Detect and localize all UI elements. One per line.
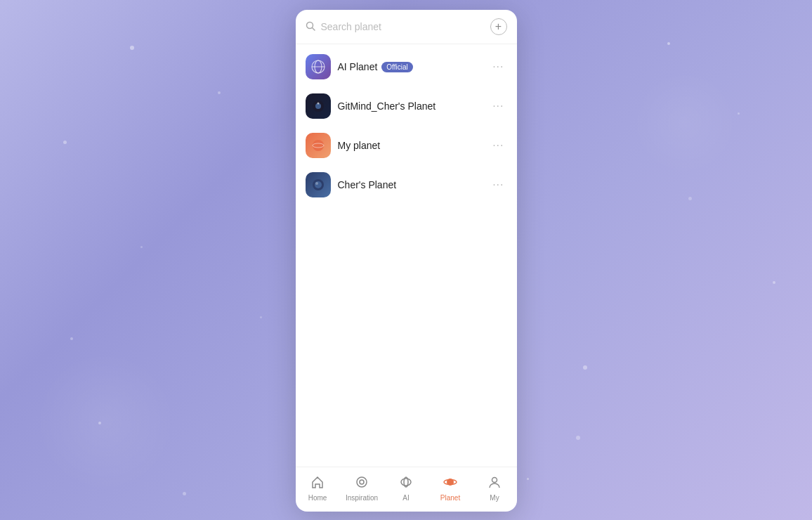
- nav-label-home: Home: [308, 494, 327, 502]
- svg-line-1: [312, 27, 315, 30]
- more-button-my[interactable]: ···: [490, 136, 506, 155]
- planet-name-chers: Cher's Planet: [338, 179, 397, 190]
- nav-item-ai[interactable]: AI: [384, 471, 428, 506]
- my-icon: [487, 475, 502, 493]
- planet-modal: × +: [296, 10, 517, 512]
- planet-info-gitmind: GitMind_Cher's Planet: [338, 100, 483, 112]
- planet-info-my: My planet: [338, 140, 483, 151]
- home-icon: [310, 475, 325, 493]
- planet-name-gitmind: GitMind_Cher's Planet: [338, 100, 436, 112]
- planet-avatar-chers: [306, 172, 331, 197]
- add-planet-button[interactable]: +: [490, 18, 507, 35]
- planet-info-ai: AI Planet Official: [338, 61, 483, 72]
- search-bar: +: [296, 10, 517, 44]
- svg-point-14: [360, 480, 364, 484]
- svg-point-7: [317, 103, 319, 105]
- planet-name-ai: AI Planet: [338, 61, 378, 72]
- nav-item-home[interactable]: Home: [296, 471, 340, 506]
- search-icon: [306, 21, 315, 33]
- planet-name-my: My planet: [338, 140, 381, 151]
- planet-item-chers[interactable]: Cher's Planet ···: [296, 165, 517, 204]
- more-button-gitmind[interactable]: ···: [490, 97, 506, 115]
- inspiration-icon: [355, 475, 369, 493]
- planet-info-chers: Cher's Planet: [338, 179, 483, 190]
- ai-icon: [399, 475, 413, 493]
- svg-point-15: [401, 479, 411, 486]
- modal-overlay: × +: [0, 0, 812, 520]
- svg-point-19: [492, 477, 497, 482]
- nav-label-inspiration: Inspiration: [346, 494, 378, 502]
- planet-item-gitmind[interactable]: GitMind_Cher's Planet ···: [296, 86, 517, 126]
- svg-point-12: [315, 182, 318, 185]
- planet-list: AI Planet Official ··· GitMind_Cher's Pl…: [296, 44, 517, 467]
- search-input[interactable]: [321, 21, 485, 32]
- nav-label-ai: AI: [402, 494, 409, 502]
- nav-item-my[interactable]: My: [473, 471, 517, 506]
- nav-item-inspiration[interactable]: Inspiration: [340, 471, 384, 506]
- official-badge: Official: [381, 62, 412, 72]
- nav-label-planet: Planet: [440, 494, 460, 502]
- planet-avatar-ai: [306, 54, 331, 79]
- planet-icon: [443, 475, 457, 493]
- planet-avatar-my: [306, 133, 331, 158]
- planet-item-my[interactable]: My planet ···: [296, 126, 517, 165]
- svg-point-11: [315, 181, 322, 188]
- svg-point-13: [357, 477, 367, 487]
- more-button-ai[interactable]: ···: [490, 58, 506, 76]
- more-button-chers[interactable]: ···: [490, 176, 506, 194]
- planet-item-ai[interactable]: AI Planet Official ···: [296, 47, 517, 86]
- svg-point-8: [313, 140, 324, 151]
- planet-avatar-gitmind: [306, 93, 331, 119]
- add-icon: +: [495, 20, 502, 33]
- bottom-nav: Home Inspiration AI: [296, 467, 517, 512]
- nav-item-planet[interactable]: Planet: [428, 471, 473, 506]
- nav-label-my: My: [490, 494, 499, 502]
